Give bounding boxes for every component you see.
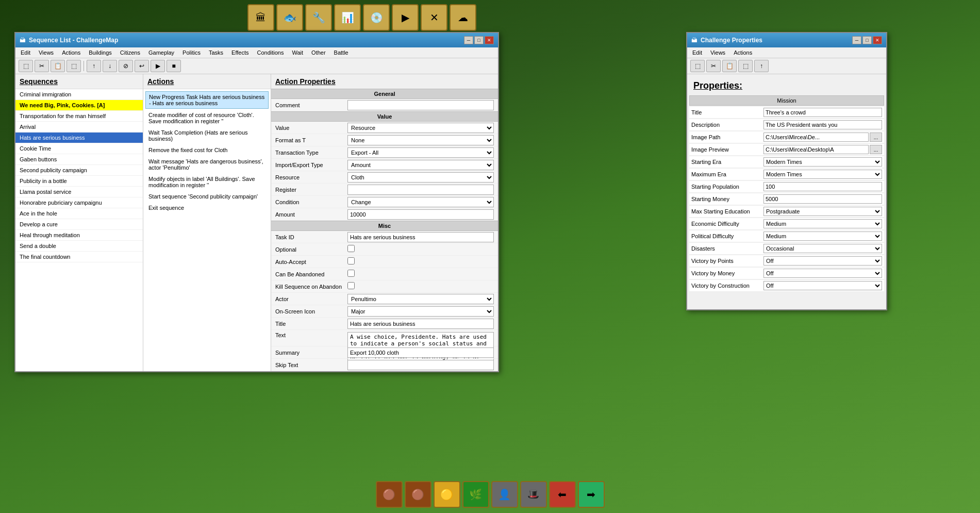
sequence-list-item[interactable]: Develop a cure [15, 219, 143, 230]
challenge-minimize[interactable]: ─ [852, 36, 861, 44]
action-list-item[interactable]: Remove the fixed cost for Cloth [145, 145, 269, 155]
main-window-close[interactable]: ✕ [485, 36, 494, 44]
main-window-minimize[interactable]: ─ [464, 36, 473, 44]
ch-title-input[interactable] [763, 108, 882, 117]
menu-tasks[interactable]: Tasks [206, 48, 226, 57]
bottom-icon-5[interactable]: 👤 [491, 481, 518, 508]
sequence-list-item[interactable]: Transportation for the man himself [15, 111, 143, 122]
sequence-list-item[interactable]: Cookie Time [15, 143, 143, 154]
challenge-tb-cut[interactable]: ✂ [706, 60, 721, 72]
bottom-icon-8[interactable]: ➡ [578, 481, 605, 508]
skiptext-input[interactable] [347, 360, 494, 370]
top-icon-7[interactable]: ✕ [421, 4, 447, 31]
title-input[interactable] [347, 319, 494, 329]
bottom-icon-2[interactable]: 🟤 [405, 481, 431, 508]
menu-wait[interactable]: Wait [289, 48, 307, 57]
action-list-item[interactable]: New Progress Task Hats are serious busin… [145, 91, 269, 109]
challenge-menu-actions[interactable]: Actions [730, 48, 755, 57]
bottom-icon-4[interactable]: 🌿 [462, 481, 489, 508]
action-list-item[interactable]: Start sequence 'Second publicity campaig… [145, 191, 269, 202]
onscreenicon-select[interactable]: Major [347, 306, 494, 317]
toolbar-btn-4[interactable]: ⬚ [67, 60, 81, 72]
sequence-list-item[interactable]: Honorabre pubriciary campaignu [15, 197, 143, 208]
sequence-list-item[interactable]: Llama postal service [15, 187, 143, 197]
ch-startingera-select[interactable]: Modern Times Colonial World War II [763, 157, 882, 167]
transaction-select[interactable]: Export - All [347, 147, 494, 158]
autoaccept-checkbox[interactable] [347, 257, 355, 264]
menu-gameplay[interactable]: Gameplay [145, 48, 177, 57]
ch-victorypoints-select[interactable]: Off On [763, 256, 882, 266]
main-window-maximize[interactable]: □ [474, 36, 484, 44]
top-icon-8[interactable]: ☁ [450, 4, 476, 31]
ch-maxera-select[interactable]: Modern Times Colonial World War II [763, 170, 882, 179]
menu-politics[interactable]: Politics [179, 48, 204, 57]
ch-money-input[interactable] [763, 194, 882, 204]
top-icon-4[interactable]: 📊 [334, 4, 361, 31]
amount-input[interactable] [347, 209, 494, 220]
top-icon-1[interactable]: 🏛 [247, 4, 274, 31]
challenge-tb-up[interactable]: ↑ [754, 60, 769, 72]
canbabandoned-checkbox[interactable] [347, 270, 355, 277]
bottom-icon-3[interactable]: 🟡 [434, 481, 460, 508]
sequence-list-item[interactable]: Hats are serious business [15, 133, 143, 143]
toolbar-btn-copy[interactable]: ⬚ [19, 60, 33, 72]
challenge-tb-paste[interactable]: 📋 [722, 60, 737, 72]
optional-checkbox[interactable] [347, 245, 355, 252]
menu-buildings[interactable]: Buildings [86, 48, 115, 57]
actor-select[interactable]: Penultimo [347, 294, 494, 304]
importexport-select[interactable]: Amount [347, 160, 494, 170]
top-icon-3[interactable]: 🔧 [305, 4, 332, 31]
bottom-icon-1[interactable]: 🟤 [376, 481, 403, 508]
ch-politdifficulty-select[interactable]: Medium Easy Hard [763, 231, 882, 241]
action-list[interactable]: New Progress Task Hats are serious busin… [143, 89, 271, 371]
ch-imagepreview-browse-btn[interactable]: ... [870, 145, 882, 154]
menu-views[interactable]: Views [36, 48, 57, 57]
challenge-tb-4[interactable]: ⬚ [738, 60, 753, 72]
ch-disasters-select[interactable]: Occasional Never Frequent [763, 244, 882, 253]
value-select[interactable]: Resource [347, 123, 494, 133]
toolbar-btn-cut[interactable]: ✂ [35, 60, 49, 72]
menu-other[interactable]: Other [308, 48, 329, 57]
challenge-menu-views[interactable]: Views [707, 48, 728, 57]
ch-population-input[interactable] [763, 182, 882, 191]
menu-effects[interactable]: Effects [228, 48, 252, 57]
sequence-list-item[interactable]: Send a double [15, 241, 143, 252]
challenge-tb-copy[interactable]: ⬚ [690, 60, 705, 72]
action-list-item[interactable]: Modify objects in label 'All Buildings'.… [145, 174, 269, 190]
sequence-list-item[interactable]: Arrival [15, 122, 143, 133]
action-list-item[interactable]: Create modifier of cost of resource 'Clo… [145, 110, 269, 126]
menu-conditions[interactable]: Conditions [254, 48, 287, 57]
ch-imagepath-browse-btn[interactable]: ... [870, 133, 882, 142]
top-icon-2[interactable]: 🐟 [276, 4, 303, 31]
comment-input[interactable] [347, 100, 494, 110]
challenge-close[interactable]: ✕ [873, 36, 882, 44]
menu-actions[interactable]: Actions [59, 48, 84, 57]
taskid-input[interactable] [347, 232, 494, 242]
ch-victorymoney-select[interactable]: Off On [763, 269, 882, 278]
sequence-list-item[interactable]: Ace in the hole [15, 208, 143, 219]
menu-citizens[interactable]: Citizens [117, 48, 143, 57]
killseq-checkbox[interactable] [347, 282, 355, 289]
toolbar-btn-cancel[interactable]: ⊘ [119, 60, 133, 72]
toolbar-btn-undo[interactable]: ↩ [135, 60, 149, 72]
format-select[interactable]: None [347, 135, 494, 145]
register-input[interactable] [347, 185, 494, 195]
bottom-icon-7[interactable]: ⬅ [549, 481, 576, 508]
toolbar-btn-play[interactable]: ▶ [151, 60, 165, 72]
ch-description-input[interactable] [763, 120, 882, 129]
menu-battle[interactable]: Battle [331, 48, 352, 57]
sequence-list-item[interactable]: Second publicity campaign [15, 165, 143, 176]
condition-select[interactable]: Change [347, 197, 494, 207]
ch-econdifficulty-select[interactable]: Medium Easy Hard [763, 219, 882, 228]
ch-victoryconstruction-select[interactable]: Off On [763, 281, 882, 290]
sequence-list-item[interactable]: Heal through meditation [15, 230, 143, 241]
action-list-item[interactable]: Wait message 'Hats are dangerous busines… [145, 156, 269, 173]
top-icon-5[interactable]: 💿 [363, 4, 390, 31]
sequence-list-item[interactable]: Gaben buttons [15, 154, 143, 165]
ch-imagepath-input[interactable] [763, 133, 869, 142]
sequence-list-item[interactable]: Criminal immigration [15, 89, 143, 100]
sequence-list-item[interactable]: Publicity in a bottle [15, 176, 143, 187]
menu-edit[interactable]: Edit [18, 48, 34, 57]
sequence-list-item[interactable]: The final countdown [15, 252, 143, 262]
challenge-maximize[interactable]: □ [862, 36, 872, 44]
